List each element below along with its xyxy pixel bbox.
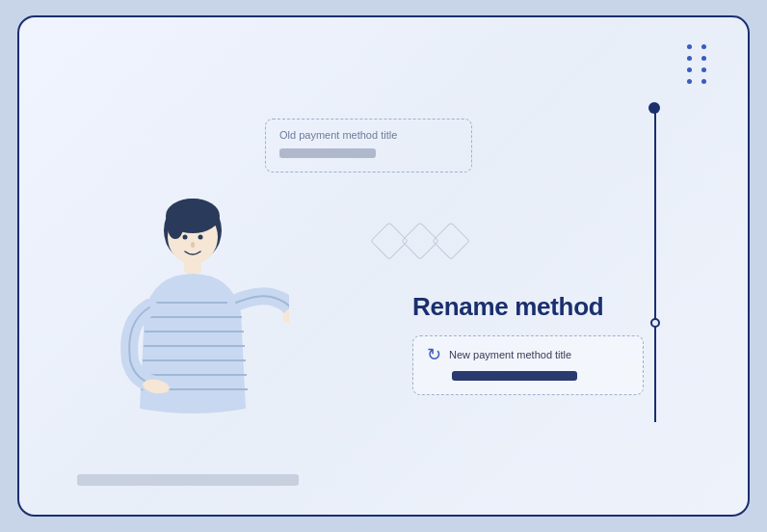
new-payment-header: ↻ New payment method title — [427, 346, 629, 363]
person-illustration — [96, 177, 289, 486]
dot — [701, 44, 706, 49]
desk — [77, 474, 299, 486]
svg-point-5 — [198, 235, 203, 240]
vertical-line — [654, 104, 656, 422]
dot — [701, 79, 706, 84]
old-payment-label: Old payment method title — [279, 129, 458, 141]
svg-rect-7 — [184, 259, 201, 274]
main-card: Old payment method title Rename method ↻… — [17, 15, 750, 517]
dot — [687, 44, 692, 49]
dot — [687, 79, 692, 84]
new-payment-card: ↻ New payment method title — [412, 335, 644, 395]
old-payment-card: Old payment method title — [265, 119, 472, 173]
dot — [701, 56, 706, 61]
rename-method-title: Rename method — [412, 292, 603, 322]
svg-point-3 — [168, 216, 183, 239]
loop-icon: ↻ — [427, 346, 441, 363]
line-circle-bottom — [650, 318, 660, 328]
dot — [687, 67, 692, 72]
new-payment-input-bar — [452, 371, 577, 381]
diamond-shape-3 — [432, 222, 470, 260]
svg-point-6 — [191, 242, 195, 248]
dot — [701, 67, 706, 72]
dot — [687, 56, 692, 61]
decorative-shapes — [376, 227, 464, 254]
decorative-dots — [687, 44, 709, 84]
svg-point-4 — [183, 235, 188, 240]
new-payment-label: New payment method title — [449, 349, 571, 360]
old-payment-input-bar — [279, 148, 376, 158]
